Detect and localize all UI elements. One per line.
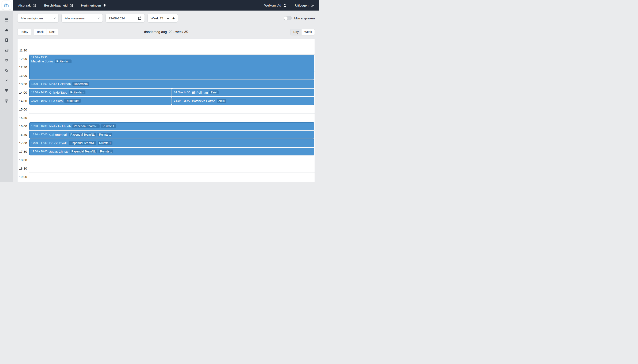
calendar-event[interactable]: 17:30 – 18:00Judas ChristyPapendal TeamN… [29, 148, 314, 156]
sidebar-item-reports[interactable] [0, 76, 13, 86]
vestigingen-value: Alle vestigingen [21, 16, 43, 20]
date-input[interactable]: 29-08-2024 [106, 14, 145, 22]
event-name: Dud Soro [49, 99, 63, 103]
event-tag: Zeist [217, 99, 226, 103]
sidebar-item-contacts[interactable] [0, 45, 13, 55]
calendar-event[interactable]: 17:00 – 17:30Drucie ByrdePapendal TeamNL… [29, 139, 314, 147]
calendar-event[interactable]: 13:30 – 14:00Neilla HoldforthRotterdam [29, 80, 314, 88]
nav-item-afspraak[interactable]: Afspraak [18, 4, 36, 7]
calendar-plus-icon [33, 4, 36, 7]
time-label: 17:30 [18, 148, 29, 156]
event-tag: Zeist [209, 90, 219, 94]
time-label: 12:00 [18, 54, 29, 63]
week-increment-button[interactable]: + [172, 16, 175, 20]
main: Afspraak Beschikbaarheid Herinneringen [13, 0, 319, 182]
event-name: Eli Pellman [192, 91, 208, 94]
calendar-toolbar: Today Back Next donderdag aug. 29 - week… [17, 29, 315, 36]
event-body: Batsheva PatronZeist [192, 99, 226, 103]
axis-spacer [18, 39, 29, 46]
bell-icon [103, 4, 106, 7]
masseurs-select[interactable]: Alle masseurs [61, 14, 103, 22]
event-tag: Rotterdam [72, 82, 89, 86]
sidebar-item-overview[interactable] [0, 86, 13, 96]
event-body: Neilla HoldforthRotterdam [49, 82, 89, 86]
line-chart-icon [5, 78, 9, 83]
time-label: 18:30 [18, 164, 29, 173]
event-name: Chickie Tapp [49, 91, 67, 94]
back-next-group: Back Next [34, 29, 58, 36]
event-time: 16:30 – 17:00 [31, 133, 47, 136]
view-switcher: Day Week [291, 29, 315, 36]
events-layer: 12:00 – 13:30Madeline JoriozRotterdam13:… [29, 46, 315, 181]
logo-cell [0, 0, 13, 10]
navbar-right: Welkom, Ad Uitloggen [264, 4, 314, 7]
sidebar-item-clients[interactable] [0, 55, 13, 66]
sidebar [0, 0, 13, 182]
time-label: 19:00 [18, 173, 29, 181]
event-time: 17:30 – 18:00 [31, 150, 47, 153]
event-time: 14:30 – 15:00 [31, 99, 47, 102]
view-day-button[interactable]: Day [291, 29, 302, 36]
table-icon [5, 88, 9, 93]
event-tag: Papendal TeamNL [72, 124, 100, 128]
top-navbar: Afspraak Beschikbaarheid Herinneringen [13, 0, 319, 10]
app-logo[interactable] [2, 1, 11, 10]
filter-bar: Alle vestigingen Alle masseurs 29-08-202… [13, 10, 319, 26]
nav-item-label: Beschikbaarheid [44, 4, 68, 7]
event-name: Cal Bramhall [49, 133, 67, 136]
calendar-event[interactable]: 14:30 – 15:00Batsheva PatronZeist [172, 97, 314, 105]
user-menu[interactable]: Welkom, Ad [264, 4, 287, 7]
event-tag: Papendal TeamNL [70, 150, 97, 153]
all-day-cell[interactable] [29, 39, 315, 46]
my-appointments-toggle[interactable] [284, 16, 292, 20]
bar-chart-icon [5, 28, 9, 32]
nav-item-label: Afspraak [18, 4, 31, 7]
calendar-event[interactable]: 14:00 – 14:30Chickie TappRotterdam [29, 88, 172, 96]
nav-item-beschikbaarheid[interactable]: Beschikbaarheid [44, 4, 73, 7]
logout-button[interactable]: Uitloggen [295, 4, 314, 7]
event-tag: Papendal TeamNL [69, 133, 96, 136]
tag-icon [5, 68, 9, 72]
time-label: 18:00 [18, 156, 29, 164]
week-control: Week 35 − + [148, 14, 178, 22]
welcome-label: Welkom, Ad [264, 4, 281, 7]
calendar-event[interactable]: 16:00 – 16:30Neilla HoldforthPapendal Te… [29, 122, 314, 130]
chevron-down-icon [51, 14, 59, 22]
calendar-event[interactable]: 16:30 – 17:00Cal BramhallPapendal TeamNL… [29, 131, 314, 138]
my-appointments-control: Mijn afspraken [284, 16, 315, 20]
event-name: Batsheva Patron [192, 99, 215, 103]
sidebar-item-tags[interactable] [0, 66, 13, 76]
calendar-event[interactable]: 12:00 – 13:30Madeline JoriozRotterdam [29, 55, 314, 80]
nav-item-herinneringen[interactable]: Herinneringen [81, 4, 106, 7]
calendar-event[interactable]: 14:30 – 15:00Dud SoroRotterdam [29, 97, 172, 105]
sidebar-item-statistics[interactable] [0, 25, 13, 35]
event-name: Neilla Holdforth [49, 82, 71, 86]
vestigingen-select[interactable]: Alle vestigingen [17, 14, 59, 22]
calendar-event[interactable]: 14:00 – 14:30Eli PellmanZeist [172, 88, 314, 96]
today-button[interactable]: Today [17, 29, 31, 36]
time-label: 11:30 [18, 46, 29, 54]
date-value: 29-08-2024 [109, 16, 125, 20]
event-name: Neilla Holdforth [49, 124, 71, 128]
next-button[interactable]: Next [47, 29, 58, 36]
event-tag: Rotterdam [55, 60, 72, 63]
event-time: 13:30 – 14:00 [31, 82, 47, 86]
event-time: 16:00 – 16:30 [31, 125, 47, 128]
view-week-button[interactable]: Week [301, 29, 315, 36]
package-icon [5, 99, 9, 103]
sidebar-item-locations[interactable] [0, 35, 13, 45]
event-tag: Rotterdam [64, 99, 81, 103]
event-time: 12:00 – 13:30 [31, 56, 47, 59]
event-tag: Ruimte 1 [98, 133, 112, 136]
event-body: Madeline JoriozRotterdam [31, 60, 72, 63]
sidebar-icons [0, 10, 13, 106]
calendar-header-row [18, 39, 315, 46]
sidebar-item-products[interactable] [0, 96, 13, 106]
event-tag: Ruimte 1 [98, 141, 113, 145]
time-label: 15:30 [18, 114, 29, 122]
event-tag: Rotterdam [69, 90, 86, 94]
sidebar-item-agenda[interactable] [0, 15, 13, 25]
back-button[interactable]: Back [34, 29, 47, 36]
week-decrement-button[interactable]: − [167, 16, 169, 20]
my-appointments-label: Mijn afspraken [294, 16, 315, 20]
